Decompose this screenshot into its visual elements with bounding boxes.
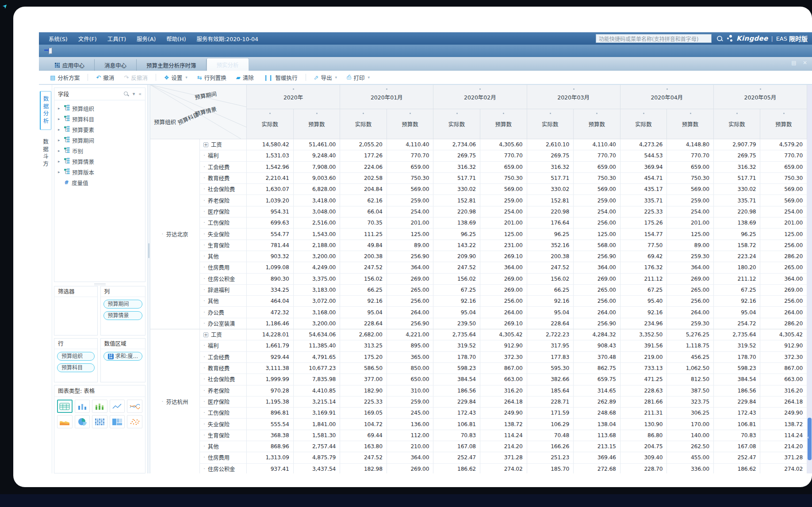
column-header-2020年01月-实际数[interactable]: 实际数 — [340, 109, 387, 139]
field-item-预算情景[interactable]: ▸预算情景 — [56, 156, 143, 167]
data-cell[interactable]: 62.16 — [340, 195, 387, 206]
quick-search-input[interactable]: 功能快捷码或菜单名称(支持拼音和首字母) — [596, 34, 712, 43]
data-cell[interactable]: 130.90 — [620, 419, 667, 430]
data-cell[interactable]: 306.25 — [667, 408, 714, 419]
data-cell[interactable]: 6,828.00 — [294, 184, 341, 195]
data-cell[interactable]: 265.00 — [667, 285, 714, 296]
data-cell[interactable]: 1,062.50 — [667, 363, 714, 374]
data-cell[interactable]: 2,757.44 — [294, 441, 341, 452]
data-cell[interactable]: 659.00 — [480, 162, 527, 173]
data-cell[interactable]: 66.25 — [527, 285, 574, 296]
data-cell[interactable]: 96.25 — [714, 229, 761, 240]
data-cell[interactable]: 186.56 — [714, 385, 761, 396]
dropdown-caret-icon[interactable]: ▾ — [185, 75, 188, 80]
data-cell[interactable]: 252.47 — [714, 452, 761, 463]
data-cell[interactable]: 200.38 — [527, 251, 574, 262]
data-cell[interactable]: 750.30 — [387, 173, 434, 184]
data-cell[interactable]: 4,148.80 — [667, 139, 714, 150]
data-cell[interactable]: 4,284.32 — [574, 329, 620, 340]
data-cell[interactable]: 154.77 — [620, 229, 667, 240]
data-cell[interactable]: 663.00 — [480, 374, 527, 385]
row-header-住房费用[interactable]: ·住房费用 — [200, 452, 247, 463]
打印-button[interactable]: ⎙打印▾ — [343, 72, 374, 83]
data-cell[interactable]: 323.75 — [667, 396, 714, 408]
data-cell[interactable]: 185.70 — [527, 464, 574, 473]
layout-pill-预算期间[interactable]: 预算期间 — [103, 300, 143, 309]
data-cell[interactable]: 264.00 — [667, 307, 714, 318]
data-cell[interactable]: 281.66 — [620, 396, 667, 408]
data-cell[interactable]: 1,195.38 — [247, 396, 294, 408]
chart-type-bar-icon[interactable] — [75, 400, 90, 413]
data-cell[interactable]: 555.54 — [247, 419, 294, 430]
data-cell[interactable]: 10,677.23 — [294, 363, 341, 374]
data-cell[interactable]: 4,110.40 — [574, 139, 620, 150]
data-cell[interactable]: 111.25 — [340, 229, 387, 240]
data-cell[interactable]: 464.04 — [247, 296, 294, 307]
data-cell[interactable]: 259.00 — [667, 195, 714, 206]
chart-type-treemap-icon[interactable] — [110, 415, 125, 428]
expand-plus-icon[interactable]: + — [203, 332, 208, 337]
data-cell[interactable]: 269.00 — [387, 464, 434, 473]
data-cell[interactable]: 158.72 — [714, 240, 761, 251]
data-cell[interactable]: 259.30 — [667, 318, 714, 329]
data-cell[interactable]: 11,385.40 — [294, 340, 341, 351]
data-cell[interactable]: 264.00 — [760, 307, 807, 318]
data-cell[interactable]: 269.10 — [480, 318, 527, 329]
data-cell[interactable]: 265.00 — [387, 285, 434, 296]
data-cell[interactable]: 384.54 — [433, 374, 480, 385]
data-cell[interactable]: 265.00 — [760, 262, 807, 273]
data-cell[interactable]: 1,099.08 — [247, 262, 294, 273]
expand-arrow-icon[interactable]: ▸ — [58, 127, 61, 132]
menu-item[interactable]: 服务(A) — [131, 34, 161, 43]
data-cell[interactable]: 895.00 — [387, 340, 434, 351]
data-cell[interactable]: 214.20 — [760, 441, 807, 452]
data-cell[interactable]: 211.12 — [714, 274, 761, 285]
分析方案-button[interactable]: ▤分析方案 — [46, 72, 84, 83]
data-cell[interactable]: 256.00 — [667, 296, 714, 307]
navigate-exit-icon[interactable] — [44, 48, 52, 54]
data-cell[interactable]: 264.18 — [480, 396, 527, 408]
data-cell[interactable]: 269.75 — [527, 150, 574, 161]
data-cell[interactable]: 1,581.30 — [294, 430, 341, 441]
data-cell[interactable]: 598.23 — [714, 363, 761, 374]
data-cell[interactable]: 143.22 — [433, 240, 480, 251]
data-cell[interactable]: 896.81 — [247, 408, 294, 419]
data-cell[interactable]: 3,072.00 — [294, 296, 341, 307]
layout-pill-求和:度...[interactable]: 1234求和:度... — [103, 352, 143, 361]
row-header-养老保险[interactable]: ·养老保险 — [200, 385, 247, 396]
data-cell[interactable]: 95.04 — [433, 307, 480, 318]
data-cell[interactable]: 3,183.00 — [294, 285, 341, 296]
data-cell[interactable]: 256.00 — [574, 217, 620, 229]
data-cell[interactable]: 3,200.00 — [294, 251, 341, 262]
data-cell[interactable]: 369.94 — [620, 162, 667, 173]
data-cell[interactable]: 92.16 — [433, 296, 480, 307]
column-header-2020年-预算数[interactable]: 预算数 — [294, 109, 341, 139]
data-cell[interactable]: 4,249.00 — [294, 262, 341, 273]
data-cell[interactable]: 316.32 — [433, 162, 480, 173]
data-cell[interactable]: 163.80 — [340, 441, 387, 452]
data-cell[interactable]: 1,039.20 — [247, 195, 294, 206]
data-cell[interactable]: 211.31 — [620, 408, 667, 419]
data-cell[interactable]: 259.00 — [387, 396, 434, 408]
data-cell[interactable]: 750.30 — [760, 173, 807, 184]
data-cell[interactable]: 867.00 — [760, 363, 807, 374]
data-cell[interactable]: 770.70 — [480, 150, 527, 161]
data-cell[interactable]: 69.44 — [340, 430, 387, 441]
data-cell[interactable]: 929.44 — [247, 352, 294, 363]
row-header-教育经费[interactable]: ·教育经费 — [200, 363, 247, 374]
data-cell[interactable]: 254.00 — [480, 206, 527, 217]
column-group-2020年[interactable]: 2020年 — [247, 85, 340, 109]
panel-splitter[interactable] — [148, 85, 150, 473]
data-cell[interactable]: 319.52 — [714, 340, 761, 351]
row-header-福利[interactable]: ·福利 — [200, 150, 247, 161]
data-cell[interactable]: 3,352.50 — [620, 329, 667, 340]
data-cell[interactable]: 316.20 — [760, 385, 807, 396]
data-cell[interactable]: 152.81 — [433, 195, 480, 206]
data-cell[interactable]: 2,055.20 — [340, 139, 387, 150]
data-cell[interactable]: 252.47 — [433, 452, 480, 463]
row-header-养老保险[interactable]: ·养老保险 — [200, 195, 247, 206]
data-cell[interactable]: 370.48 — [574, 352, 620, 363]
data-cell[interactable]: 517.71 — [527, 173, 574, 184]
data-cell[interactable]: 247.52 — [340, 262, 387, 273]
data-cell[interactable]: 912.90 — [760, 340, 807, 351]
